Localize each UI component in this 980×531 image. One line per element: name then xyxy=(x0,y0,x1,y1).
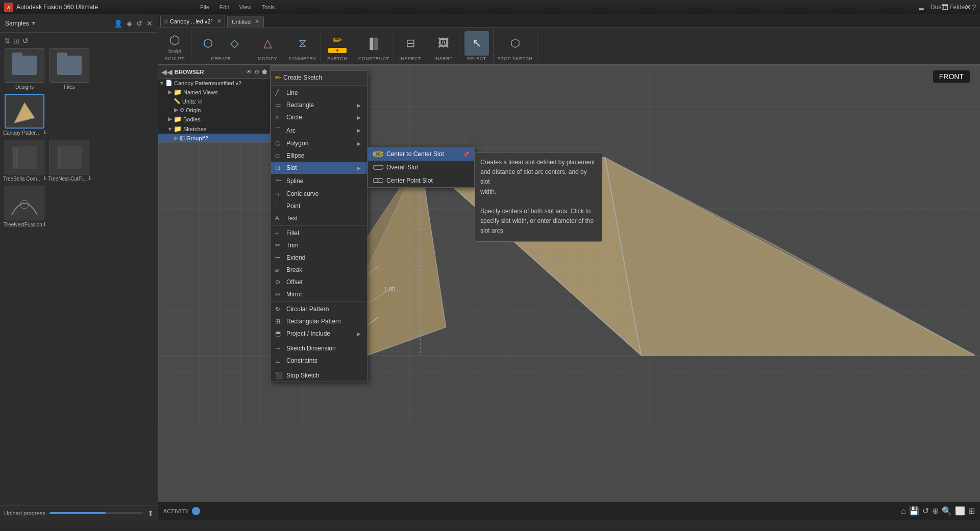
minimize-button[interactable]: 🗕 xyxy=(910,0,933,14)
treenestfussion-thumb[interactable] xyxy=(5,186,44,220)
insert-image-button[interactable]: 🖼 xyxy=(431,31,456,56)
info-icon[interactable]: ℹ xyxy=(44,175,46,181)
menu-file[interactable]: File xyxy=(200,4,209,10)
browser-settings-icon[interactable]: ⚙ xyxy=(254,68,260,75)
stop-sketch-button[interactable]: ⬡ xyxy=(503,31,527,56)
activity-icon[interactable] xyxy=(192,507,200,515)
orbit-icon[interactable]: ↺ xyxy=(922,506,929,516)
list-item[interactable]: TreeNest-CutFileS... ℹ xyxy=(49,140,90,182)
list-item[interactable]: TreeNestFussion ℹ xyxy=(4,186,45,227)
tree-item-bodies[interactable]: ▶ 📁 Bodies xyxy=(158,114,270,124)
sketch-button[interactable]: ✏ ▼ xyxy=(325,31,350,56)
menu-item-ellipse[interactable]: ⬭ Ellipse xyxy=(271,149,367,162)
close-button[interactable]: ✕ xyxy=(957,0,980,14)
menu-item-circle[interactable]: ○ Circle ▶ xyxy=(271,111,367,123)
menu-item-project-include[interactable]: ⬒ Project / Include ▶ xyxy=(271,327,367,340)
create-solid-button[interactable]: ⬡ xyxy=(195,31,220,56)
inspect-button[interactable]: ⊟ xyxy=(398,31,423,56)
refresh-icon[interactable]: ↺ xyxy=(136,19,142,28)
tab-canopy-close[interactable]: ✕ xyxy=(217,18,222,24)
list-item[interactable]: Files xyxy=(49,48,90,90)
menu-item-line[interactable]: ╱ Line xyxy=(271,87,367,99)
display-mode-icon[interactable]: ⬜ xyxy=(955,506,965,516)
sketch-dropdown-arrow[interactable]: ▼ xyxy=(328,48,347,53)
treebella-thumb[interactable] xyxy=(5,140,44,174)
filter-icon[interactable]: ◈ xyxy=(127,19,132,28)
menu-tools[interactable]: Tools xyxy=(261,4,275,10)
tree-sketches-folder-icon: 📁 xyxy=(174,125,182,133)
info-icon[interactable]: ℹ xyxy=(89,175,91,181)
person-icon[interactable]: 👤 xyxy=(114,19,122,28)
tab-untitled-close[interactable]: ✕ xyxy=(255,18,259,25)
menu-item-stop-sketch[interactable]: ⬛ Stop Sketch xyxy=(271,369,367,382)
tree-item-canopy[interactable]: ▼ 📄 Canopy Patternsuntitled v2 xyxy=(158,79,270,87)
menu-separator-3 xyxy=(271,301,367,302)
menu-item-mirror[interactable]: ⇔ Mirror xyxy=(271,288,367,300)
samples-dropdown[interactable]: Samples ▼ xyxy=(5,20,36,27)
list-item[interactable]: Canopy Patternsу... ℹ xyxy=(4,94,45,136)
tree-item-group2[interactable]: ▶ ◧ Group#2 xyxy=(158,134,270,142)
browser-collapse-icon[interactable]: ◀◀ xyxy=(161,68,173,76)
viewport[interactable]: 1.00 0.03 FRONT ◀◀ BROWSER 👁 ⚙ xyxy=(158,65,980,520)
slot-item-center-point[interactable]: Center Point Slot xyxy=(368,174,474,187)
list-item[interactable]: TreeBella Compre... ℹ xyxy=(4,140,45,182)
progress-fill xyxy=(50,512,106,514)
construct-button[interactable]: ▐▌ xyxy=(361,31,386,56)
tree-item-sketches[interactable]: ▼ 📁 Sketches xyxy=(158,124,270,134)
zoom-icon[interactable]: 🔍 xyxy=(942,506,952,516)
list-item[interactable]: Designs xyxy=(4,48,45,90)
menu-item-polygon[interactable]: ⬡ Polygon ▶ xyxy=(271,137,367,149)
grid-icon[interactable]: ⊞ xyxy=(13,37,19,45)
close-panel-icon[interactable]: ✕ xyxy=(146,19,153,28)
maximize-button[interactable]: 🗖 xyxy=(933,0,957,14)
menu-item-text[interactable]: A Text xyxy=(271,212,367,224)
menu-item-circular-pattern[interactable]: ↻ Circular Pattern xyxy=(271,303,367,315)
menu-item-rectangle[interactable]: ▭ Rectangle ▶ xyxy=(271,99,367,111)
grid-toggle-icon[interactable]: ⊞ xyxy=(968,506,975,516)
sort-icon[interactable]: ⇅ xyxy=(4,37,10,45)
info-icon[interactable]: ℹ xyxy=(43,221,45,227)
upload-icon[interactable]: ⬆ xyxy=(148,509,154,517)
designs-folder-thumb[interactable] xyxy=(5,48,44,83)
canopy-thumb[interactable] xyxy=(5,94,44,129)
menu-item-rectangular-pattern[interactable]: ⊞ Rectangular Pattern xyxy=(271,315,367,327)
tree-item-origin[interactable]: ▶ ⊕ Origin xyxy=(158,106,270,114)
tree-group-icon: ◧ xyxy=(180,135,185,141)
save-icon[interactable]: 💾 xyxy=(909,506,919,516)
menu-item-point[interactable]: · Point xyxy=(271,200,367,212)
select-button[interactable]: ↖ xyxy=(464,31,489,56)
menu-item-offset[interactable]: ⊙ Offset xyxy=(271,276,367,288)
menu-item-break[interactable]: ⌀ Break xyxy=(271,264,367,276)
menu-item-slot[interactable]: ⊟ Slot ▶ xyxy=(271,162,367,174)
files-folder-thumb[interactable] xyxy=(50,48,89,83)
menu-item-spline[interactable]: 〜 Spline xyxy=(271,174,367,188)
menu-item-constraints[interactable]: ⊥ Constraints xyxy=(271,355,367,367)
tree-item-named-views[interactable]: ▶ 📁 Named Views xyxy=(158,87,270,97)
slot-item-overall[interactable]: Overall Slot xyxy=(368,161,474,174)
create-surface-button[interactable]: ◇ xyxy=(222,31,247,56)
menu-item-arc[interactable]: ⌒ Arc ▶ xyxy=(271,123,367,137)
browser-expand-icon[interactable]: ⬟ xyxy=(262,68,267,75)
tab-canopy[interactable]: ◇ Canopy ...led v2° ✕ xyxy=(160,15,225,27)
browser-eye-icon[interactable]: 👁 xyxy=(246,68,252,75)
menu-item-sketch-dimension[interactable]: ↔ Sketch Dimension xyxy=(271,342,367,355)
mirror-icon: ⇔ xyxy=(275,291,284,298)
menu-view[interactable]: View xyxy=(239,4,252,10)
menu-item-fillet[interactable]: ⌐ Fillet xyxy=(271,227,367,239)
zoom-fit-icon[interactable]: ⊕ xyxy=(932,506,939,516)
sculpt-button[interactable]: ⬡ Sculpt xyxy=(162,31,187,56)
menu-item-conic[interactable]: ∩ Conic curve xyxy=(271,188,367,200)
home-icon[interactable]: ⌂ xyxy=(901,507,906,516)
info-icon[interactable]: ℹ xyxy=(44,130,46,135)
symmetry-button[interactable]: ⧖ xyxy=(290,31,314,56)
tree-item-units[interactable]: 📏 Units: in xyxy=(158,97,270,106)
treenest-thumb[interactable] xyxy=(50,140,89,174)
menu-create-sketch[interactable]: ✏ Create Sketch xyxy=(271,71,367,84)
menu-item-trim[interactable]: ✂ Trim xyxy=(271,239,367,251)
menu-edit[interactable]: Edit xyxy=(219,4,229,10)
slot-item-center-to-center[interactable]: Center to Center Slot 📌 xyxy=(368,147,474,161)
menu-item-extend[interactable]: ⊢ Extend xyxy=(271,251,367,264)
tab-untitled[interactable]: Untitled ✕ xyxy=(227,16,264,27)
list-icon[interactable]: ↺ xyxy=(22,37,29,45)
modify-button[interactable]: △ xyxy=(255,31,280,56)
